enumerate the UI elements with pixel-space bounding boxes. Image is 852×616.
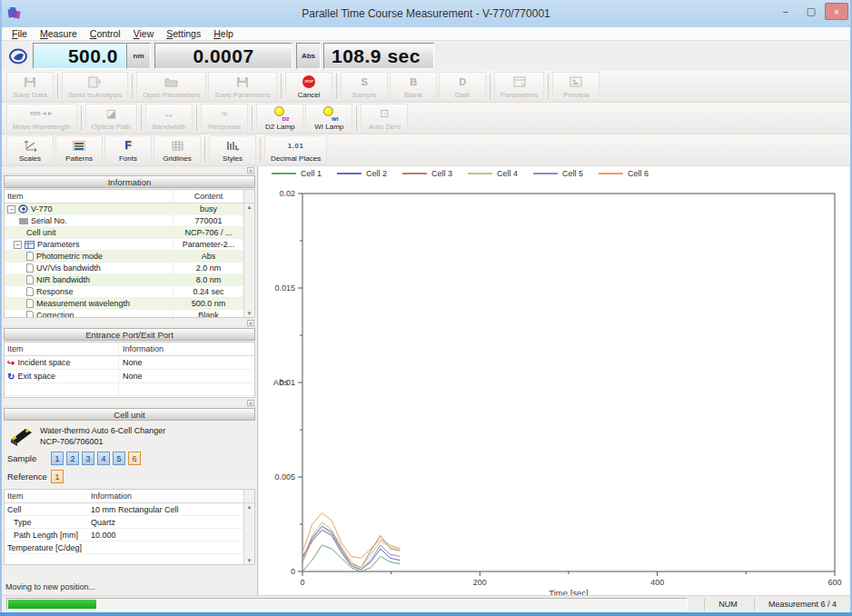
sample-cell-4-button[interactable]: 4 [97, 452, 110, 465]
table-header: Item Content [5, 190, 254, 204]
sample-cell-3-button[interactable]: 3 [82, 452, 94, 465]
time-display: 108.9 sec [323, 43, 434, 69]
table-row[interactable]: NIR bandwidth 8.0 nm [5, 274, 254, 286]
sample-button[interactable]: S Sample [341, 72, 388, 101]
table-row[interactable]: Path Length [mm] 10.000 [5, 529, 254, 541]
minimize-icon[interactable]: − [774, 3, 798, 20]
scrollbar[interactable]: ▲ ▼ [243, 204, 254, 317]
save-data-button[interactable]: Save Data [6, 72, 54, 101]
scroll-up-icon[interactable]: ▲ [244, 204, 254, 210]
parameters-button[interactable]: Parameters [494, 72, 544, 101]
scroll-up-icon[interactable]: ▲ [244, 504, 254, 510]
information-panel-strip: × [2, 166, 257, 174]
table-row[interactable]: ↻Exit space None [5, 370, 254, 383]
menu-file[interactable]: File [5, 28, 34, 39]
bandwidth-button[interactable]: ↔ Bandwidth [145, 104, 193, 133]
table-row[interactable]: Serial No. 770001 [5, 215, 254, 227]
fonts-icon: F [124, 138, 131, 153]
move-wavelength-button[interactable]: nm◄► Move Wavelength [6, 104, 77, 133]
table-row[interactable]: −V-770 busy [5, 204, 254, 215]
dark-letter-icon: D [459, 75, 466, 89]
toolbar-separator [252, 105, 253, 131]
patterns-button[interactable]: Patterns [55, 135, 103, 164]
bandwidth-icon: ↔ [163, 106, 174, 121]
sample-cell-6-button[interactable]: 6 [128, 452, 141, 465]
fonts-button[interactable]: F Fonts [104, 135, 152, 164]
y-tick-label: 0.005 [274, 472, 295, 482]
x-tick-label: 600 [827, 578, 841, 587]
wavelength-unit-button[interactable]: nm [126, 43, 151, 69]
styles-button[interactable]: Styles [209, 135, 256, 164]
table-row[interactable]: Photometric mode Abs [5, 251, 254, 263]
save-parameters-button[interactable]: Save Parameters [208, 72, 277, 101]
num-lock-indicator: NUM [704, 598, 751, 611]
sidebar: × Information Item Content −V-770 busy S… [2, 166, 258, 595]
toolbar-chart-format: Scales Patterns F Fonts Gridlines Styles… [2, 134, 850, 166]
preview-button[interactable]: Preview [552, 72, 599, 101]
cancel-button[interactable]: STOP Cancel [285, 72, 332, 101]
folder-open-icon [164, 75, 178, 89]
menu-settings[interactable]: Settings [160, 28, 207, 39]
table-row[interactable]: UV/Vis bandwidth 2.0 nm [5, 263, 254, 274]
scales-button[interactable]: Scales [6, 135, 54, 164]
toolbar-separator [548, 74, 549, 99]
scroll-down-icon[interactable]: ▼ [244, 311, 254, 316]
document-icon [26, 275, 34, 284]
expander-icon[interactable]: − [14, 241, 22, 249]
table-row[interactable]: Cell unit NCP-706 / ... [5, 227, 254, 239]
chart-region: Cell 1Cell 2Cell 3Cell 4Cell 5Cell 6 00.… [259, 166, 849, 595]
reference-cell-1-button[interactable]: 1 [51, 470, 64, 483]
stop-icon: STOP [302, 75, 315, 89]
instrument-mini-icon [18, 204, 28, 214]
timecourse-chart: 00.0050.010.0150.020200400600AbsTime [se… [259, 166, 849, 596]
expander-icon[interactable]: − [7, 205, 15, 214]
sample-cell-1-button[interactable]: 1 [51, 452, 64, 465]
table-row[interactable]: −Parameters Parameter-2... [5, 239, 254, 251]
table-row[interactable]: ↪Incident space None [5, 356, 254, 370]
scrollbar[interactable]: ▲ ▼ [243, 503, 254, 564]
send-to-analysis-button[interactable]: Send to Analysis [62, 72, 128, 101]
maximize-icon[interactable]: ▢ [799, 3, 823, 20]
gridlines-button[interactable]: Gridlines [154, 135, 201, 164]
d2-lamp-button[interactable]: D2 D2 Lamp [256, 104, 303, 133]
series-line [302, 545, 400, 571]
photometric-unit-button[interactable]: Abs [296, 43, 321, 69]
information-panel-header: Information [4, 175, 255, 188]
send-doc-icon [88, 75, 102, 89]
incident-arrow-icon: ↪ [7, 356, 15, 369]
menu-control[interactable]: Control [84, 28, 127, 39]
menu-measure[interactable]: Measure [34, 28, 84, 39]
sample-cell-5-button[interactable]: 5 [113, 452, 125, 465]
response-button[interactable]: ≈ Response [201, 104, 248, 133]
table-header: Item Information [5, 490, 254, 503]
menu-view[interactable]: View [127, 28, 161, 39]
open-parameters-button[interactable]: Open Parameters [136, 72, 206, 101]
table-row[interactable]: Cell 10 mm Rectangular Cell [5, 503, 254, 516]
blank-button[interactable]: B Blank [390, 72, 437, 101]
cell-unit-panel-strip: × [2, 399, 257, 407]
close-panel-icon[interactable]: × [247, 320, 254, 326]
blank-letter-icon: B [410, 75, 417, 89]
toolbar-separator [356, 105, 357, 131]
table-row[interactable]: Correction Blank [5, 310, 254, 318]
sample-cell-2-button[interactable]: 2 [66, 452, 79, 465]
toolbar-separator [490, 74, 490, 99]
scroll-down-icon[interactable]: ▼ [244, 558, 254, 563]
wi-lamp-button[interactable]: WI WI Lamp [305, 104, 352, 133]
table-row[interactable]: Temperature [C/deg] [5, 541, 254, 554]
ports-panel-strip: × [2, 319, 257, 327]
table-row[interactable]: Measurement wavelength 500.0 nm [5, 298, 254, 310]
table-row[interactable]: Type Quartz [5, 516, 254, 529]
dark-button[interactable]: D Dark [439, 72, 486, 101]
instrument-display-row: 500.0 nm 0.0007 Abs 108.9 sec [2, 41, 850, 71]
y-tick-label: 0.015 [274, 283, 295, 293]
menu-help[interactable]: Help [207, 28, 240, 39]
optical-path-button[interactable]: ◪ Optical Path [85, 104, 138, 133]
auto-zero-button[interactable]: ⊡ Auto Zero [361, 104, 408, 133]
decimal-places-button[interactable]: 1.01 Decimal Places [264, 135, 327, 164]
toolbar-separator [260, 137, 261, 163]
close-panel-icon[interactable]: × [247, 400, 254, 406]
table-row[interactable]: Response 0.24 sec [5, 286, 254, 298]
close-panel-icon[interactable]: × [247, 167, 254, 174]
close-icon[interactable]: × [825, 3, 848, 20]
